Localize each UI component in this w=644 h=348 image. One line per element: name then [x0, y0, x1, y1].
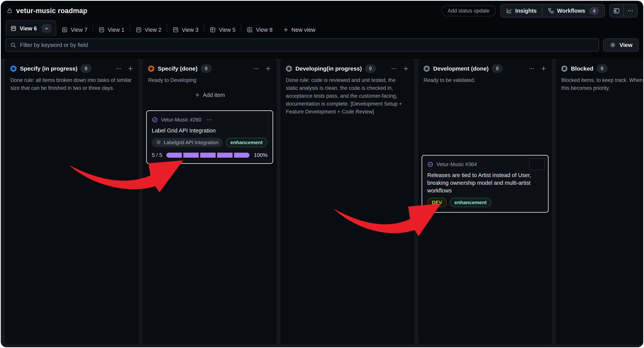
progress-segment — [183, 153, 199, 158]
tab-view-5[interactable]: View 5 — [204, 23, 241, 36]
card-repo-ref: Vetur-Music #364 — [436, 161, 477, 167]
milestone-chip[interactable]: Labelgrid API Integration — [152, 138, 223, 147]
column-add-icon[interactable] — [540, 65, 547, 72]
closed-issue-check-icon — [427, 161, 433, 167]
project-menu-button[interactable] — [623, 4, 637, 17]
view-tabbar: View 6 View 7 View 1 View 2 View 3 View … — [1, 21, 643, 36]
column-menu-icon[interactable] — [253, 65, 259, 72]
column-count-badge: 0 — [596, 64, 608, 73]
label-dev[interactable]: DEV — [427, 198, 447, 207]
tab-view-2[interactable]: View 2 — [130, 23, 167, 36]
progress-segment — [217, 153, 232, 158]
board-icon — [136, 27, 142, 33]
progress-segment — [166, 153, 182, 158]
board-icon — [10, 25, 16, 31]
column-specify-done: Specify (done) 0 Ready to Developing Add… — [143, 59, 276, 345]
side-panel-toggle-button[interactable] — [610, 4, 623, 17]
progress-segment — [234, 153, 250, 158]
card-menu-icon[interactable] — [206, 117, 212, 123]
closed-issue-check-icon — [152, 117, 158, 123]
tab-label: View 5 — [219, 27, 236, 33]
column-count-badge: 0 — [492, 64, 503, 73]
new-view-label: New view — [292, 27, 315, 33]
add-status-update-button[interactable]: Add status update — [442, 5, 496, 16]
card-vetur-music-364[interactable]: Vetur-Music #364 Releases are tied to Ar… — [422, 155, 548, 213]
insights-workflows-group: Insights Workflows 4 — [500, 4, 605, 17]
column-blocked: Blocked 0 Blocked items, to keep track. … — [556, 59, 643, 345]
card-hover-square — [529, 159, 544, 170]
filter-input[interactable] — [20, 42, 594, 48]
column-add-icon[interactable] — [403, 65, 409, 72]
insights-button[interactable]: Insights — [501, 4, 542, 17]
status-circle-icon — [561, 65, 568, 72]
card-repo-ref: Vetur-Music #260 — [161, 117, 202, 123]
tab-label: View 6 — [20, 25, 37, 32]
status-circle-icon — [424, 65, 430, 72]
plus-icon — [194, 92, 200, 98]
column-development-done: Development (done) 0 Ready to be validat… — [418, 59, 552, 345]
card-title: Releases are tied to Artist instead of U… — [427, 171, 543, 194]
card-vetur-music-260[interactable]: Vetur-Music #260 Label Grid API Integrat… — [146, 110, 273, 164]
column-title: Specify (done) — [158, 65, 198, 72]
progress-percent: 100% — [254, 152, 268, 158]
column-add-icon[interactable] — [265, 65, 271, 72]
tab-view-6[interactable]: View 6 — [6, 20, 56, 36]
tab-view-7[interactable]: View 7 — [56, 23, 93, 36]
new-view-button[interactable]: New view — [278, 23, 320, 36]
column-description: Blocked items, to keep track. When this … — [556, 75, 643, 92]
column-count-badge: 0 — [365, 64, 376, 73]
column-description: Done rule: all items broken down into ta… — [5, 75, 139, 92]
tab-view-8[interactable]: View 8 — [241, 23, 278, 36]
progress-bar — [166, 153, 250, 158]
column-menu-icon[interactable] — [528, 65, 535, 72]
column-title: Development (done) — [433, 65, 488, 72]
tab-view-3[interactable]: View 3 — [167, 23, 204, 36]
status-circle-icon — [286, 65, 292, 72]
app-window: vetur-music roadmap Add status update In… — [1, 1, 643, 347]
progress-segment — [200, 153, 216, 158]
column-specify-in-progress: Specify (in progress) 0 Done rule: all i… — [5, 59, 139, 345]
column-title: Blocked — [571, 65, 594, 72]
kanban-board: Specify (in progress) 0 Done rule: all i… — [1, 59, 643, 347]
panel-collapse-icon — [613, 7, 620, 14]
column-description: Ready to Developing — [143, 75, 276, 84]
plus-icon — [283, 27, 289, 33]
page-title: vetur-music roadmap — [16, 7, 87, 15]
view-settings-label: View — [620, 42, 632, 48]
status-circle-icon — [148, 65, 154, 72]
add-item-button[interactable]: Add item — [143, 91, 276, 99]
tab-label: View 3 — [182, 27, 198, 33]
workflows-label: Workflows — [557, 8, 585, 14]
workflows-button[interactable]: Workflows 4 — [542, 4, 604, 17]
tab-label: View 2 — [145, 27, 162, 33]
column-add-icon[interactable] — [127, 65, 134, 72]
column-description: Ready to be validated. — [418, 75, 552, 84]
status-circle-icon — [10, 65, 16, 72]
tab-label: View 1 — [108, 27, 124, 33]
add-item-label: Add item — [203, 92, 225, 98]
column-count-badge: 0 — [80, 64, 92, 73]
label-enhancement[interactable]: enhancement — [226, 138, 267, 147]
column-count-badge: 0 — [200, 64, 212, 73]
panel-menu-group — [610, 4, 638, 17]
filter-row: View — [1, 36, 643, 54]
view-options-button[interactable] — [42, 24, 52, 33]
insights-label: Insights — [515, 8, 537, 14]
progress-fraction: 5 / 5 — [152, 152, 162, 158]
board-icon — [172, 27, 179, 33]
project-header: vetur-music roadmap Add status update In… — [1, 1, 643, 21]
search-icon — [10, 42, 16, 48]
label-enhancement[interactable]: enhancement — [450, 198, 491, 207]
filter-box — [6, 38, 599, 51]
lock-icon — [6, 8, 13, 14]
tab-view-1[interactable]: View 1 — [93, 23, 130, 36]
milestone-label: Labelgrid API Integration — [164, 140, 218, 146]
table-icon — [210, 27, 216, 33]
view-settings-button[interactable]: View — [603, 38, 638, 51]
kebab-icon — [627, 7, 634, 14]
milestone-icon — [156, 140, 162, 145]
column-menu-icon[interactable] — [391, 65, 397, 72]
column-menu-icon[interactable] — [116, 65, 122, 72]
workflow-icon — [548, 8, 554, 14]
column-title: Specify (in progress) — [20, 65, 77, 72]
